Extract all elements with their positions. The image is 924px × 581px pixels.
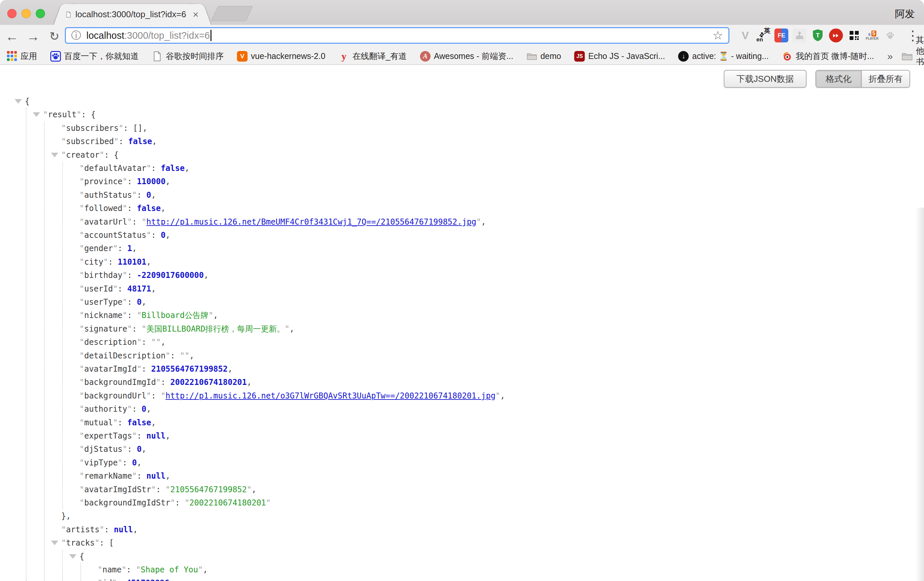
json-line: "nickname": "Billboard公告牌", [79, 309, 218, 322]
page-favicon-icon [66, 10, 71, 20]
json-line: "signature": "美国BILLBOARD排行榜，每周一更新。", [79, 322, 294, 336]
vertical-scrollbar[interactable] [916, 208, 924, 581]
json-key: defaultAvatar [84, 164, 146, 173]
collapse-triangle-icon[interactable] [15, 99, 22, 104]
json-key: mutual [84, 418, 113, 427]
fehelper-extension-icon[interactable]: FE [774, 28, 788, 42]
json-line: "avatarImgIdStr": "2105564767199852", [79, 483, 256, 497]
json-comma: , [137, 458, 141, 467]
json-link[interactable]: http://p1.music.126.net/BmeUMF4Cr0f3431C… [146, 217, 476, 227]
json-keyword: false [127, 418, 151, 427]
page-info-icon[interactable]: ⓘ [71, 29, 81, 42]
collapse-triangle-icon[interactable] [33, 112, 40, 117]
json-line: "artists": null, [61, 523, 138, 536]
json-comma: , [151, 418, 156, 427]
json-key: backgroundImgId [84, 377, 156, 387]
json-key: authority [84, 404, 127, 414]
json-line: "detailDescription": "", [79, 349, 194, 363]
bookmark-item[interactable]: AAwesomes - 前端资... [420, 51, 513, 61]
json-key: city [84, 257, 103, 266]
collapse-triangle-icon[interactable] [51, 541, 58, 545]
sitemap-extension-icon[interactable] [793, 28, 807, 42]
green-shield-extension-icon[interactable]: T [811, 28, 825, 43]
tab-strip: localhost:3000/top_list?idx=6 × 阿发 [0, 0, 924, 25]
json-comma: , [142, 445, 146, 454]
json-line: "province": 110000, [79, 175, 170, 189]
json-line: "followed": false, [79, 202, 165, 215]
bookmark-item[interactable]: 我的首页 微博-随时... [782, 51, 874, 61]
json-key: detailDescription [84, 351, 165, 361]
json-key: backgroundImgIdStr [84, 498, 170, 508]
json-comma: , [228, 364, 232, 374]
tab-title: localhost:3000/top_list?idx=6 [76, 9, 186, 20]
translate-extension-icon[interactable]: 英⇄en [757, 28, 771, 43]
json-number: 2002210674180201 [170, 377, 247, 387]
traffic-lights [7, 9, 45, 18]
json-comma: , [247, 377, 251, 387]
json-comma: , [165, 471, 170, 481]
json-key: avatarImgIdStr [84, 485, 151, 494]
zoom-window-button[interactable] [36, 9, 45, 18]
json-link[interactable]: http://p1.music.126.net/o3G7lWrGBQAvSRt3… [165, 391, 495, 401]
bookmark-item[interactable]: 应用 [7, 51, 37, 61]
forward-icon[interactable]: → [24, 28, 42, 45]
bookmark-item[interactable]: 百度一下，你就知道 [50, 51, 139, 61]
back-icon[interactable]: ← [3, 28, 21, 45]
json-line: "city": 110101, [79, 255, 151, 269]
json-line: "name": "Shape of You", [97, 563, 208, 577]
json-line: "backgroundImgIdStr": "2002210674180201" [79, 496, 271, 510]
json-key: signature [84, 324, 127, 334]
bookmarks-overflow-icon[interactable]: » [887, 51, 893, 62]
bookmark-item[interactable]: 谷歌按时间排序 [152, 51, 224, 61]
json-line: "backgroundImgId": 2002210674180201, [79, 376, 251, 389]
json-comma: , [146, 257, 151, 266]
json-line: "birthday": -2209017600000, [79, 269, 208, 282]
bookmark-item[interactable]: ↓active: ⏳ - waiting... [678, 51, 769, 61]
profile-name[interactable]: 阿发 [895, 7, 915, 21]
new-tab-button[interactable] [211, 6, 253, 21]
json-line: "authority": 0, [79, 402, 151, 416]
json-punct: { [25, 97, 30, 106]
json-line: "creator": { [61, 148, 119, 162]
indent-guide-line [62, 162, 63, 510]
bookmark-label: 我的首页 微博-随时... [796, 51, 874, 61]
browser-tab[interactable]: localhost:3000/top_list?idx=6 × [66, 4, 198, 25]
json-number: -2209017600000 [137, 271, 203, 280]
json-number: 0 [137, 445, 141, 454]
bookmark-item[interactable]: JSEcho JS - JavaScri... [574, 51, 665, 61]
vue-devtools-extension-icon[interactable]: V [738, 28, 752, 42]
json-line: "description": "", [79, 336, 165, 349]
json-comma: , [170, 578, 174, 581]
bookmark-star-icon[interactable]: ☆ [713, 30, 723, 41]
json-tree: {"result": {"subscribers": [],"subscribe… [0, 65, 924, 581]
url-host: localhost [86, 30, 124, 41]
minimize-window-button[interactable] [21, 9, 31, 18]
json-comma: , [161, 338, 165, 347]
h5-player-extension-icon[interactable]: s5PLAYER [865, 28, 879, 42]
collapse-triangle-icon[interactable] [51, 153, 58, 157]
json-number: 0 [146, 190, 151, 200]
json-line: "remarkName": null, [79, 469, 170, 483]
json-key: vipType [84, 458, 117, 467]
json-comma: , [151, 190, 156, 200]
video-speed-extension-icon[interactable] [829, 28, 843, 42]
close-window-button[interactable] [7, 9, 16, 18]
tab-close-icon[interactable]: × [193, 10, 198, 20]
qrcode-extension-icon[interactable] [847, 28, 861, 42]
json-line: }, [61, 510, 71, 523]
url-input[interactable]: ⓘ localhost:3000/top_list?idx=6 ☆ [65, 27, 729, 44]
json-key: province [84, 177, 122, 186]
json-line: "avatarUrl": "http://p1.music.126.net/Bm… [79, 215, 486, 229]
bookmark-item[interactable]: y在线翻译_有道 [338, 51, 407, 61]
bookmark-item[interactable]: Vvue-hackernews-2.0 [237, 51, 325, 61]
reload-icon[interactable]: ↻ [45, 28, 64, 45]
bookmark-item[interactable]: demo [526, 51, 561, 61]
json-keyword: false [128, 137, 152, 146]
json-number: 0 [161, 230, 165, 240]
json-comma: , [189, 351, 194, 361]
svg-text:T: T [816, 32, 820, 39]
collapse-triangle-icon[interactable] [69, 554, 76, 559]
json-key: avatarImgId [84, 364, 137, 374]
json-key: tracks [66, 538, 95, 548]
json-line: "expertTags": null, [79, 429, 170, 443]
